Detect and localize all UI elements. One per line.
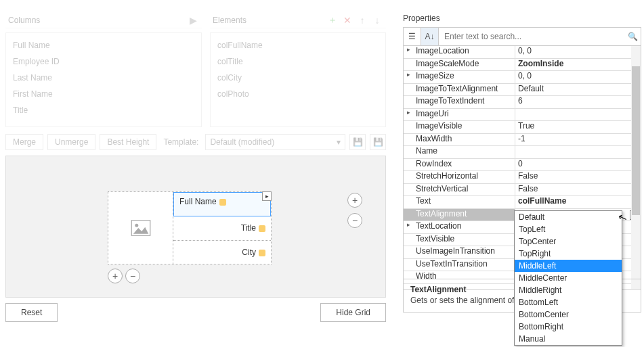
list-item[interactable]: Title (7, 102, 200, 118)
expand-icon[interactable] (404, 184, 413, 196)
expand-icon[interactable] (404, 84, 413, 96)
property-value[interactable]: True (515, 121, 641, 133)
expand-icon[interactable] (404, 146, 413, 158)
expand-icon[interactable]: ▸ (404, 221, 413, 233)
list-item[interactable]: Last Name (7, 70, 200, 86)
expand-icon[interactable] (404, 96, 413, 108)
dropdown-option[interactable]: MiddleCenter (515, 272, 622, 284)
unmerge-button[interactable]: Unmerge (47, 134, 95, 150)
expand-icon[interactable] (404, 196, 413, 208)
move-up-icon[interactable]: ↑ (356, 14, 368, 26)
dropdown-option[interactable]: TopCenter (515, 235, 622, 248)
image-cell[interactable] (108, 192, 173, 264)
property-row[interactable]: StretchVerticalFalse (404, 184, 641, 197)
list-item[interactable]: colTitle (212, 53, 384, 70)
property-row[interactable]: ▸ImageSize0, 0 (404, 71, 641, 84)
property-row[interactable]: ImageToTextAlignmentDefault (404, 84, 641, 97)
alphabetical-button[interactable]: A↓ (421, 28, 439, 45)
expand-icon[interactable]: ▸ (404, 46, 413, 58)
property-value[interactable]: -1 (515, 134, 641, 146)
template-combobox[interactable]: Default (modified)▾ (205, 134, 345, 150)
property-name: ImageVisible (413, 121, 515, 133)
dropdown-option[interactable]: BottomRight (515, 321, 622, 333)
reset-button[interactable]: Reset (5, 303, 58, 322)
expand-icon[interactable]: ▸ (404, 109, 413, 121)
elements-panel-title: Elements (213, 16, 246, 25)
property-value[interactable]: colFullName (515, 196, 641, 208)
layout-card[interactable]: ▸ Full Name Title City (108, 191, 272, 264)
image-placeholder-icon (131, 219, 151, 237)
property-row[interactable]: MaxWidth-1 (404, 134, 641, 147)
property-row[interactable]: Name (404, 146, 641, 159)
property-name: ImageScaleMode (413, 59, 515, 71)
list-item[interactable]: First Name (7, 86, 200, 102)
dropdown-option[interactable]: BottomLeft (515, 296, 622, 308)
list-item[interactable]: Full Name (7, 37, 200, 53)
dropdown-option[interactable]: Default (515, 211, 622, 223)
property-value[interactable]: False (515, 184, 641, 196)
expand-icon[interactable] (404, 209, 413, 221)
merge-button[interactable]: Merge (5, 134, 43, 150)
dropdown-option[interactable]: TopRight (515, 248, 622, 260)
hidegrid-button[interactable]: Hide Grid (320, 303, 386, 322)
expand-icon[interactable] (404, 246, 413, 258)
list-item[interactable]: colPhoto (212, 86, 384, 102)
remove-row-button[interactable]: − (125, 269, 140, 283)
remove-element-icon[interactable]: ✕ (341, 14, 353, 26)
property-value[interactable]: 0, 0 (515, 71, 641, 83)
property-row[interactable]: ▸ImageLocation0, 0 (404, 46, 641, 59)
dropdown-option[interactable]: BottomCenter (515, 308, 622, 321)
cell-fullname[interactable]: ▸ Full Name (173, 192, 271, 216)
expand-icon[interactable]: ▸ (404, 71, 413, 83)
property-value[interactable]: 6 (515, 96, 641, 108)
scroll-thumb[interactable] (632, 66, 640, 215)
property-value[interactable] (515, 146, 641, 158)
expand-icon[interactable] (404, 171, 413, 183)
zoom-in-button[interactable]: + (347, 193, 362, 208)
cell-city[interactable]: City (173, 241, 271, 264)
dropdown-option[interactable]: MiddleRight (515, 284, 622, 296)
save-icon[interactable]: 💾 (349, 134, 366, 150)
property-value[interactable] (515, 109, 641, 121)
columns-collapse-icon[interactable]: ▶ (187, 14, 199, 26)
property-row[interactable]: RowIndex0 (404, 159, 641, 172)
text-alignment-dropdown[interactable]: DefaultTopLeftTopCenterTopRightMiddleLef… (514, 210, 622, 346)
property-value[interactable]: Default (515, 84, 641, 96)
property-name: TextLocation (413, 221, 515, 233)
list-item[interactable]: Employee ID (7, 53, 200, 70)
property-value[interactable]: 0 (515, 159, 641, 171)
dropdown-option[interactable]: TopLeft (515, 223, 622, 235)
expand-icon[interactable] (404, 234, 413, 246)
smart-tag-icon[interactable]: ▸ (262, 191, 272, 201)
expand-icon[interactable] (404, 134, 413, 146)
move-down-icon[interactable]: ↓ (371, 14, 383, 26)
property-row[interactable]: ImageVisibleTrue (404, 121, 641, 134)
dropdown-option[interactable]: Manual (515, 333, 622, 345)
property-row[interactable]: ▸ImageUri (404, 109, 641, 122)
cell-title[interactable]: Title (173, 216, 271, 240)
property-row[interactable]: ImageToTextIndent6 (404, 96, 641, 109)
expand-icon[interactable] (404, 259, 413, 271)
save-as-icon[interactable]: 💾 (370, 134, 386, 150)
list-item[interactable]: colCity (212, 70, 384, 86)
property-row[interactable]: StretchHorizontalFalse (404, 171, 641, 184)
list-item[interactable]: colFullName (212, 37, 384, 53)
expand-icon[interactable] (404, 59, 413, 71)
property-value[interactable]: 0, 0 (515, 46, 641, 58)
property-value[interactable]: False (515, 171, 641, 183)
search-input[interactable] (439, 28, 624, 45)
categorized-button[interactable]: ☰ (404, 28, 421, 45)
property-row[interactable]: ImageScaleModeZoomInside (404, 59, 641, 72)
add-row-button[interactable]: + (108, 269, 123, 283)
property-value[interactable]: ZoomInside (515, 59, 641, 71)
add-element-icon[interactable]: ＋ (326, 14, 339, 26)
search-icon[interactable]: 🔍 (624, 32, 641, 41)
design-canvas[interactable]: ▸ Full Name Title City + − + − (5, 156, 386, 298)
expand-icon[interactable] (404, 159, 413, 171)
zoom-out-button[interactable]: − (347, 213, 362, 228)
expand-icon[interactable] (404, 121, 413, 133)
dropdown-option[interactable]: MiddleLeft (515, 260, 622, 272)
property-row[interactable]: TextcolFullName (404, 196, 641, 209)
scrollbar[interactable] (631, 46, 641, 289)
bestheight-button[interactable]: Best Height (100, 134, 156, 150)
